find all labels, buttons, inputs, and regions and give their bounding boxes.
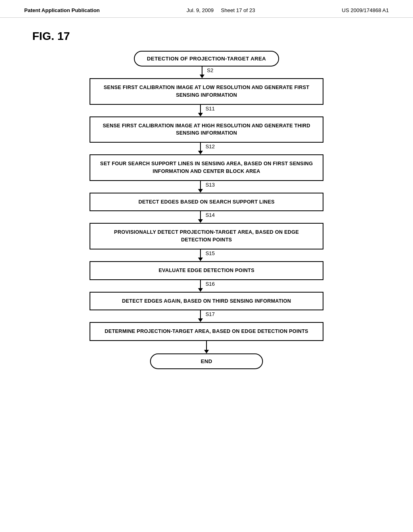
step-label-s13: S13 [205, 181, 215, 188]
step-text-s12: SET FOUR SEARCH SUPPORT LINES IN SENSING… [100, 161, 313, 174]
shaft-s13 [200, 181, 201, 189]
arrowhead-s15 [198, 258, 203, 261]
arrow-shaft-s15 [198, 249, 203, 261]
arrow-shaft-s17 [198, 310, 203, 322]
shaft-s12 [200, 143, 201, 151]
step-box-s14: PROVISIONALLY DETECT PROJECTION-TARGET A… [90, 223, 323, 249]
arrow-to-s12: S12 [90, 143, 323, 154]
publication-date: Jul. 9, 2009 [187, 7, 214, 13]
step-label-s14: S14 [205, 211, 215, 218]
arrow-shaft-s16 [198, 280, 203, 292]
step-text-s17: DETERMINE PROJECTION-TARGET AREA, BASED … [105, 328, 309, 334]
arrowhead-end [204, 350, 209, 353]
step-text-s14: PROVISIONALLY DETECT PROJECTION-TARGET A… [114, 229, 299, 243]
step-label-s11: S11 [205, 105, 215, 112]
arrowhead-s13 [198, 189, 203, 193]
step-box-s11: SENSE FIRST CALIBRATION IMAGE AT HIGH RE… [90, 116, 323, 143]
shaft-s11 [200, 105, 201, 113]
step-box-s13: DETECT EDGES BASED ON SEARCH SUPPORT LIN… [90, 193, 323, 212]
shaft-s2 [202, 66, 202, 75]
arrow-to-s15: S15 [90, 249, 323, 261]
step-box-s16: DETECT EDGES AGAIN, BASED ON THIRD SENSI… [90, 292, 323, 311]
arrow-to-s17: S17 [90, 310, 323, 322]
start-box: DETECTION OF PROJECTION-TARGET AREA [134, 51, 279, 66]
step-label-s15: S15 [205, 249, 215, 256]
step-label-s12: S12 [205, 143, 215, 150]
arrow-to-s14: S14 [90, 211, 323, 223]
arrow-shaft-s2 [200, 66, 204, 78]
arrowhead-s14 [198, 219, 203, 223]
flowchart: DETECTION OF PROJECTION-TARGET AREA S2 S… [65, 51, 348, 369]
step-label-s17: S17 [205, 310, 215, 317]
step-text-s16: DETECT EDGES AGAIN, BASED ON THIRD SENSI… [122, 298, 291, 304]
step-label-s2: S2 [207, 66, 213, 73]
shaft-s15 [200, 249, 201, 258]
arrow-to-s16: S16 [90, 280, 323, 292]
end-box: END [150, 353, 263, 369]
shaft-s14 [200, 211, 201, 219]
step-text-s13: DETECT EDGES BASED ON SEARCH SUPPORT LIN… [138, 199, 275, 205]
arrowhead-s11 [198, 113, 203, 116]
figure-label: FIG. 17 [32, 30, 413, 43]
step-text-s2: SENSE FIRST CALIBRATION IMAGE AT LOW RES… [104, 85, 309, 98]
arrow-shaft-s14 [198, 211, 203, 223]
sheet-info: Sheet 17 of 23 [221, 7, 255, 13]
arrow-shaft-end [204, 341, 209, 353]
step-box-s17: DETERMINE PROJECTION-TARGET AREA, BASED … [90, 322, 323, 341]
arrow-to-end [90, 341, 323, 353]
arrowhead-s12 [198, 151, 203, 154]
arrowhead-s16 [198, 288, 203, 292]
shaft-s17 [200, 310, 201, 318]
arrowhead-s17 [198, 318, 203, 322]
shaft-end [206, 341, 207, 350]
arrow-shaft-s13 [198, 181, 203, 193]
arrowhead-s2 [200, 75, 204, 78]
arrow-to-s11: S11 [90, 105, 323, 116]
arrow-to-s13: S13 [90, 181, 323, 193]
step-box-s12: SET FOUR SEARCH SUPPORT LINES IN SENSING… [90, 154, 323, 181]
arrow-to-s2: S2 [90, 66, 323, 78]
patent-number: US 2009/174868 A1 [342, 7, 389, 13]
step-label-s16: S16 [205, 280, 215, 287]
publication-label: Patent Application Publication [24, 7, 100, 13]
step-text-s15: EVALUATE EDGE DETECTION POINTS [159, 268, 254, 273]
step-box-s15: EVALUATE EDGE DETECTION POINTS [90, 261, 323, 280]
shaft-s16 [200, 280, 201, 288]
arrow-shaft-s11 [198, 105, 203, 116]
step-text-s11: SENSE FIRST CALIBRATION IMAGE AT HIGH RE… [103, 123, 310, 136]
header-date-sheet: Jul. 9, 2009 Sheet 17 of 23 [187, 7, 255, 13]
arrow-shaft-s12 [198, 143, 203, 154]
step-box-s2: SENSE FIRST CALIBRATION IMAGE AT LOW RES… [90, 78, 323, 105]
